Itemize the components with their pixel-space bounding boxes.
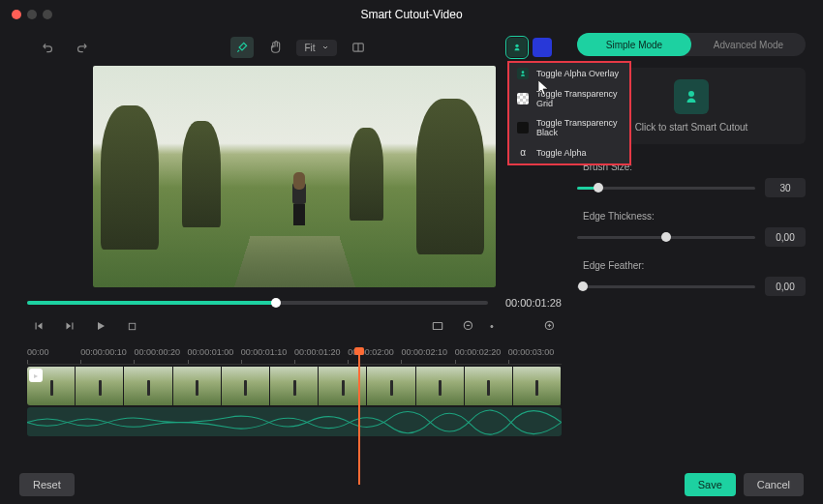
playhead[interactable] [358,349,360,485]
audio-track[interactable] [27,407,562,436]
edge-feather-label: Edge Feather: [577,260,806,271]
svg-point-1 [515,44,518,47]
brush-size-value[interactable]: 30 [765,178,806,197]
edge-feather-value[interactable]: 0,00 [765,277,806,296]
redo-icon[interactable] [70,37,93,58]
dropdown-item-label: Toggle Transparency Grid [536,89,622,108]
stop-icon[interactable] [122,316,141,336]
timeline: 00:00 00:00:00:10 00:00:00:20 00:00:01:0… [27,347,562,436]
cancel-button[interactable]: Cancel [744,473,804,496]
track-play-icon: ▸ [29,369,43,382]
video-preview[interactable] [93,66,496,287]
zoom-in-icon[interactable] [540,316,560,336]
next-frame-icon[interactable] [60,316,79,336]
video-track[interactable]: ▸ [27,367,562,405]
zoom-fit-select[interactable]: Fit [296,40,336,56]
timeline-ruler[interactable]: 00:00 00:00:00:10 00:00:00:20 00:00:01:0… [27,347,562,365]
dropdown-item-label: Toggle Transparency Black [536,118,622,137]
overlay-swatches: Toggle Alpha Overlay Toggle Transparency… [507,38,552,57]
prev-frame-icon[interactable] [29,316,48,336]
reset-button[interactable]: Reset [19,473,75,496]
overlay-dropdown: Toggle Alpha Overlay Toggle Transparency… [507,61,631,165]
hand-tool-icon[interactable] [263,37,287,58]
close-window[interactable] [12,10,21,19]
dropdown-toggle-alpha[interactable]: αToggle Alpha [509,142,629,163]
edge-thickness-label: Edge Thickness: [577,211,806,222]
current-time: 00:00:01:28 [505,297,562,309]
svg-point-7 [688,91,694,97]
dropdown-item-label: Toggle Alpha [536,148,587,158]
overlay-swatch-green[interactable] [507,38,527,57]
svg-point-2 [522,71,525,74]
footer: Reset Save Cancel [0,465,823,504]
zoom-out-icon[interactable] [459,316,478,336]
dropdown-item-label: Toggle Alpha Overlay [536,69,619,78]
edge-thickness-value[interactable]: 0,00 [765,227,806,247]
mode-tabs: Simple Mode Advanced Mode [577,33,806,56]
dropdown-alpha-overlay[interactable]: Toggle Alpha Overlay [509,63,629,84]
playback-controls: • [27,312,562,340]
editor-toolbar: Fit Toggle Alpha Overlay Toggle Transpar… [27,33,562,62]
chevron-down-icon [321,44,329,51]
magic-tool-icon[interactable] [230,37,254,58]
titlebar: Smart Cutout-Video [0,0,823,29]
person-cutout-icon [674,79,709,114]
edge-feather-slider[interactable] [577,285,755,288]
compare-icon[interactable] [347,37,370,58]
tab-advanced-mode[interactable]: Advanced Mode [691,33,806,56]
window-title: Smart Cutout-Video [360,8,462,21]
overlay-swatch-blue[interactable] [533,38,552,57]
maximize-window[interactable] [43,10,52,19]
svg-rect-4 [433,323,442,330]
window-controls [12,10,52,19]
zoom-slider[interactable]: • [490,316,529,336]
edge-feather-param: Edge Feather: 0,00 [577,260,806,296]
undo-icon[interactable] [37,37,60,58]
progress-knob[interactable] [271,298,281,308]
dropdown-transparency-grid[interactable]: Toggle Transparency Grid [509,84,629,113]
dropdown-transparency-black[interactable]: Toggle Transparency Black [509,113,629,142]
minimize-window[interactable] [27,10,37,19]
play-icon[interactable] [91,316,110,336]
tab-simple-mode[interactable]: Simple Mode [577,33,691,56]
save-button[interactable]: Save [685,473,736,496]
person-subject [290,172,308,225]
svg-rect-3 [129,323,135,329]
edge-thickness-slider[interactable] [577,236,755,239]
zoom-fit-label: Fit [304,43,315,53]
brush-size-param: Brush Size: 30 [577,162,806,197]
brush-size-slider[interactable] [577,187,755,190]
edge-thickness-param: Edge Thickness: 0,00 [577,211,806,247]
progress-bar[interactable]: 00:00:01:28 [27,293,562,312]
crop-icon[interactable] [428,316,447,336]
